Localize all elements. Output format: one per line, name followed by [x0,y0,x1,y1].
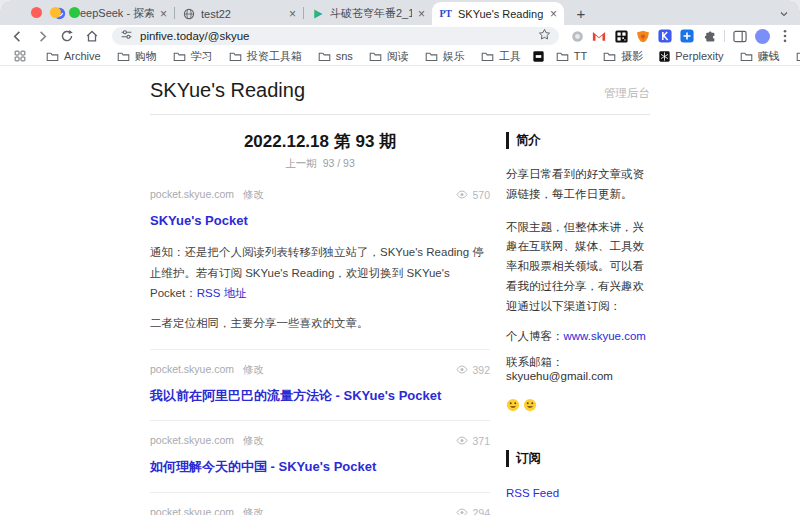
reload-icon[interactable] [58,27,76,45]
folder-icon [318,51,331,62]
browser-window: DeepSeek - 探索未至之境 × test22 × 斗破苍穹年番2_134… [0,0,800,515]
perplexity-icon [659,51,670,62]
bookmark-folder-money[interactable]: 赚钱 [732,49,788,64]
blog-label: 个人博客： [506,330,564,342]
close-tab-icon[interactable]: × [160,8,167,20]
apps-grid-icon[interactable] [10,50,30,62]
personal-blog-link[interactable]: www.skyue.com [564,330,646,342]
play-icon [311,7,324,20]
article-list-column: 2022.12.18 第 93 期 上一期93 / 93 pocket.skyu… [150,115,490,515]
bookmark-label: 投资工具箱 [247,49,302,64]
extension-generic-icon[interactable] [570,29,584,43]
close-window-button[interactable] [31,7,42,18]
article-title-link[interactable]: 我以前在阿里巴巴的流量方法论 - SKYue's Pocket [150,388,441,403]
profile-avatar[interactable] [755,29,770,44]
eye-icon [456,507,468,515]
article-source: pocket.skyue.com [150,363,234,377]
article-edit-link[interactable]: 修改 [243,506,264,515]
bookmark-label: sns [336,50,353,62]
bookmark-folder-photography[interactable]: 摄影 [595,49,651,64]
bookmark-site-black[interactable] [529,51,548,62]
side-panel-icon[interactable] [733,29,747,43]
url-text[interactable]: pinfive.today/@skyue [140,30,531,42]
rss-feed-link[interactable]: RSS Feed [506,487,559,499]
site-settings-icon[interactable] [120,27,133,45]
forward-icon[interactable] [33,27,51,45]
close-tab-icon[interactable]: × [418,8,425,20]
emoji-row [506,398,650,416]
article-edit-link[interactable]: 修改 [243,188,264,202]
close-tab-icon[interactable]: × [289,8,296,20]
article-title-link[interactable]: SKYue's Pocket [150,213,248,228]
bookmark-label: TT [574,50,587,62]
folder-icon [481,51,494,62]
extension-icons [570,29,792,44]
page-title[interactable]: SKYue's Reading [150,79,305,102]
toolbar-separator [724,30,725,42]
bookmark-folder-shopping[interactable]: 购物 [109,49,165,64]
tab-title: test22 [201,8,283,20]
tab-video[interactable]: 斗破苍穹年番2_134_动漫_高清 × [304,2,432,25]
bookmark-folder-invest-toolbox[interactable]: 投资工具箱 [221,49,310,64]
admin-backend-link[interactable]: 管理后台 [604,86,650,101]
traffic-lights [31,7,80,18]
qr-extension-icon[interactable] [614,29,628,43]
chevron-down-icon[interactable] [778,6,790,24]
minimize-window-button[interactable] [50,7,61,18]
bookmark-label: 学习 [191,49,213,64]
prev-issue-link[interactable]: 上一期 [285,157,317,169]
folder-icon [796,51,800,62]
bookmark-label: 工具 [499,49,521,64]
article-edit-link[interactable]: 修改 [243,363,264,377]
bookmark-folder-reading[interactable]: 阅读 [361,49,417,64]
rss-address-link[interactable]: RSS 地址 [197,287,247,299]
tab-title: DeepSeek - 探索未至之境 [72,6,154,21]
tab-title: 斗破苍穹年番2_134_动漫_高清 [330,6,412,21]
bookmark-label: Archive [64,50,101,62]
k-extension-icon[interactable] [658,29,672,43]
tab-strip: DeepSeek - 探索未至之境 × test22 × 斗破苍穹年番2_134… [0,0,800,25]
extensions-puzzle-icon[interactable] [702,29,716,43]
issue-title: 2022.12.18 第 93 期 [150,130,490,153]
article-item: pocket.skyue.com 修改 371 如何理解今天的中国 - SKYu… [150,421,490,493]
bookmark-label: Perplexity [675,50,723,62]
article-item: pocket.skyue.com 修改 392 我以前在阿里巴巴的流量方法论 -… [150,350,490,422]
bookmark-label: 阅读 [387,49,409,64]
bookmark-site-perplexity[interactable]: Perplexity [651,50,731,62]
bookmarks-bar: Archive 购物 学习 投资工具箱 sns 阅读 娱乐 工具 [0,47,800,66]
bookmark-folder-tt[interactable]: TT [548,50,595,62]
bookmark-folder-entertainment[interactable]: 娱乐 [417,49,473,64]
view-count: 570 [472,189,490,201]
address-bar[interactable]: pinfive.today/@skyue [112,27,559,45]
article-more-text: 二者定位相同，主要分享一些喜欢的文章。 [150,313,490,334]
menu-dots-icon[interactable] [778,29,792,43]
article-source: pocket.skyue.com [150,188,234,202]
new-tab-button[interactable]: + [570,2,592,24]
home-icon[interactable] [83,27,101,45]
all-bookmarks-button[interactable]: 所有书签 [788,49,800,64]
gmail-icon[interactable] [592,29,606,43]
view-count: 371 [472,435,490,447]
email-label: 联系邮箱： [506,356,564,368]
article-item: pocket.skyue.com 修改 570 SKYue's Pocket 通… [150,175,490,350]
close-tab-icon[interactable]: × [550,8,557,20]
article-title-link[interactable]: 如何理解今天的中国 - SKYue's Pocket [150,459,376,474]
back-icon[interactable] [8,27,26,45]
tab-skyues-reading-active[interactable]: PT SKYue's Reading × [432,2,564,25]
bookmark-folder-archive[interactable]: Archive [38,50,109,62]
article-edit-link[interactable]: 修改 [243,434,264,448]
bookmark-folder-tools[interactable]: 工具 [473,49,529,64]
folder-icon [425,51,438,62]
tab-test22[interactable]: test22 × [175,2,303,25]
eye-icon [456,364,468,376]
eye-icon [456,189,468,201]
article-source: pocket.skyue.com [150,434,234,448]
bookmark-folder-sns[interactable]: sns [310,50,361,62]
bookmark-star-icon[interactable] [538,27,551,45]
issue-pager-top: 上一期93 / 93 [150,157,490,171]
plus-extension-icon[interactable] [680,29,694,43]
zoom-window-button[interactable] [69,7,80,18]
bookmark-folder-study[interactable]: 学习 [165,49,221,64]
metamask-icon[interactable] [636,29,650,43]
bookmark-label: 购物 [135,49,157,64]
